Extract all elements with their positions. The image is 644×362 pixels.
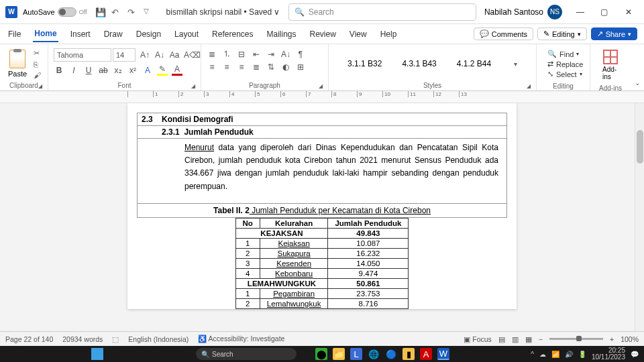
notifications-icon[interactable]: 💬 xyxy=(631,351,639,358)
underline-button[interactable]: U xyxy=(83,66,94,75)
font-color-icon[interactable]: A xyxy=(172,64,182,76)
cloud-icon[interactable]: ☁ xyxy=(539,351,546,358)
table-row[interactable]: 1Pegambiran23.753 xyxy=(235,288,409,298)
dialog-launcher-icon[interactable]: ◢ xyxy=(38,83,42,89)
zoom-in-button[interactable]: + xyxy=(610,335,614,343)
taskbar-app-icon[interactable]: L xyxy=(350,348,362,360)
italic-button[interactable]: I xyxy=(68,66,79,75)
maximize-button[interactable]: ▢ xyxy=(594,2,614,22)
increase-indent-icon[interactable]: ⇥ xyxy=(266,50,276,59)
table-row[interactable]: 4Kebonbaru9.474 xyxy=(235,268,409,278)
autosave-toggle[interactable]: AutoSave Off xyxy=(23,7,87,17)
font-family-select[interactable]: Tahoma xyxy=(54,48,111,62)
table-row[interactable]: 2Lemahwungkuk8.716 xyxy=(235,298,409,308)
align-left-icon[interactable]: ≡ xyxy=(207,62,217,72)
dialog-launcher-icon[interactable]: ◢ xyxy=(191,83,195,89)
borders-icon[interactable]: ⊞ xyxy=(295,62,306,72)
font-size-select[interactable]: 14 xyxy=(113,48,136,62)
file-explorer-icon[interactable]: 📁 xyxy=(333,348,345,360)
page[interactable]: 2.3 Kondisi Demografi 2.3.1 Jumlah Pendu… xyxy=(127,103,517,309)
text-effects-icon[interactable]: A xyxy=(142,66,153,75)
paste-button[interactable]: Paste xyxy=(5,50,30,78)
addins-button[interactable]: Add-ins xyxy=(596,47,625,83)
align-right-icon[interactable]: ≡ xyxy=(236,62,247,72)
battery-icon[interactable]: 🔋 xyxy=(578,351,586,358)
redo-icon[interactable]: ↷ xyxy=(127,7,137,17)
clock-date[interactable]: 10/11/2023 xyxy=(592,354,625,361)
horizontal-ruler[interactable]: 12345678910111213 xyxy=(0,91,644,103)
numbering-icon[interactable]: ⒈ xyxy=(221,48,232,60)
start-button[interactable] xyxy=(91,348,103,360)
undo-icon[interactable]: ↶ xyxy=(111,7,121,17)
line-spacing-icon[interactable]: ⇅ xyxy=(266,62,276,72)
justify-icon[interactable]: ≣ xyxy=(251,62,262,72)
table-row[interactable]: KEJAKSAN49.843 xyxy=(235,228,409,238)
data-table[interactable]: No Kelurahan Jumlah Penduduk KEJAKSAN49.… xyxy=(235,218,409,309)
strikethrough-button[interactable]: ab xyxy=(98,66,109,75)
bold-button[interactable]: B xyxy=(54,66,64,75)
dialog-launcher-icon[interactable]: ◢ xyxy=(527,83,531,89)
zoom-level[interactable]: 100% xyxy=(621,335,639,343)
find-button[interactable]: 🔍Find▾ xyxy=(547,50,579,58)
qat-dropdown-icon[interactable]: ▽ xyxy=(144,7,153,17)
tab-home[interactable]: Home xyxy=(33,26,58,42)
change-case-icon[interactable]: Aa xyxy=(169,50,180,60)
comments-button[interactable]: 💬Comments xyxy=(474,27,533,40)
show-marks-icon[interactable]: ¶ xyxy=(295,50,306,59)
wifi-icon[interactable]: 📶 xyxy=(551,351,559,358)
format-painter-icon[interactable]: 🖌 xyxy=(34,71,41,79)
decrease-indent-icon[interactable]: ⇤ xyxy=(251,50,262,59)
clear-format-icon[interactable]: A⌫ xyxy=(184,50,201,60)
superscript-button[interactable]: x² xyxy=(127,66,138,75)
dialog-launcher-icon[interactable]: ◢ xyxy=(319,83,323,89)
taskbar-search[interactable]: 🔍Search xyxy=(196,348,297,360)
highlight-icon[interactable]: ✎ xyxy=(157,64,168,76)
toggle-switch[interactable] xyxy=(58,7,76,17)
section-heading[interactable]: 2.3 Kondisi Demografi xyxy=(137,113,507,126)
bullets-icon[interactable]: ≣ xyxy=(207,50,217,59)
styles-more-icon[interactable]: ▾ xyxy=(514,60,517,68)
taskbar-app-icon[interactable]: ⬤ xyxy=(315,348,327,360)
tab-insert[interactable]: Insert xyxy=(69,27,92,42)
accessibility-indicator[interactable]: ♿ Accessibility: Investigate xyxy=(198,335,284,343)
collapse-ribbon-icon[interactable]: ⌄ xyxy=(631,75,644,90)
scroll-thumb[interactable] xyxy=(637,130,643,164)
read-mode-icon[interactable]: ▥ xyxy=(512,335,519,343)
table-row[interactable]: LEMAHWUNGKUK50.861 xyxy=(235,278,409,288)
tab-design[interactable]: Design xyxy=(135,27,162,42)
subscript-button[interactable]: x₂ xyxy=(113,66,123,75)
select-button[interactable]: ⤡Select▾ xyxy=(547,70,579,78)
tab-help[interactable]: Help xyxy=(379,27,398,42)
document-canvas[interactable]: 2.3 Kondisi Demografi 2.3.1 Jumlah Pendu… xyxy=(0,103,635,342)
tab-view[interactable]: View xyxy=(348,27,368,42)
tab-references[interactable]: References xyxy=(211,27,254,42)
vertical-scrollbar[interactable] xyxy=(635,103,644,342)
taskbar-app-icon[interactable]: ▮ xyxy=(402,348,415,360)
spellcheck-icon[interactable]: ⬚ xyxy=(112,335,119,343)
style-gallery-item[interactable]: 4.1.2 B44 xyxy=(457,59,491,68)
tab-review[interactable]: Review xyxy=(309,27,337,42)
grow-font-icon[interactable]: A↑ xyxy=(140,50,150,60)
language-indicator[interactable]: English (Indonesia) xyxy=(128,335,189,343)
acrobat-icon[interactable]: A xyxy=(420,348,432,360)
tab-draw[interactable]: Draw xyxy=(103,27,124,42)
style-gallery-item[interactable]: 3.1.1 B32 xyxy=(347,59,382,68)
minimize-button[interactable]: ― xyxy=(570,2,590,22)
word-count[interactable]: 20934 words xyxy=(62,335,103,343)
table-caption[interactable]: Tabel II. 2 Jumlah Penduduk per Kecamata… xyxy=(137,204,507,218)
shrink-font-icon[interactable]: A↓ xyxy=(154,50,165,60)
tab-mailings[interactable]: Mailings xyxy=(265,27,297,42)
shading-icon[interactable]: ◐ xyxy=(280,62,291,72)
taskbar[interactable]: 🔍Search ⬤ 📁 L 🌐 🔵 ▮ A W ^ ☁ 📶 🔊 🔋 20:25 … xyxy=(0,346,644,362)
cut-icon[interactable]: ✂ xyxy=(34,49,41,58)
word-taskbar-icon[interactable]: W xyxy=(437,348,449,360)
style-gallery-item[interactable]: 4.3.1 B43 xyxy=(402,59,436,68)
page-indicator[interactable]: Page 22 of 140 xyxy=(5,335,53,343)
tab-layout[interactable]: Layout xyxy=(173,27,200,42)
share-button[interactable]: ↗Share▾ xyxy=(591,27,637,40)
table-row[interactable]: 1Kejaksan10.087 xyxy=(235,238,409,248)
editing-mode-button[interactable]: ✎Editing▾ xyxy=(537,27,587,40)
table-row[interactable]: 3Kesenden14.050 xyxy=(235,258,409,268)
multilevel-icon[interactable]: ⊟ xyxy=(236,50,247,59)
close-button[interactable]: ✕ xyxy=(619,2,639,22)
